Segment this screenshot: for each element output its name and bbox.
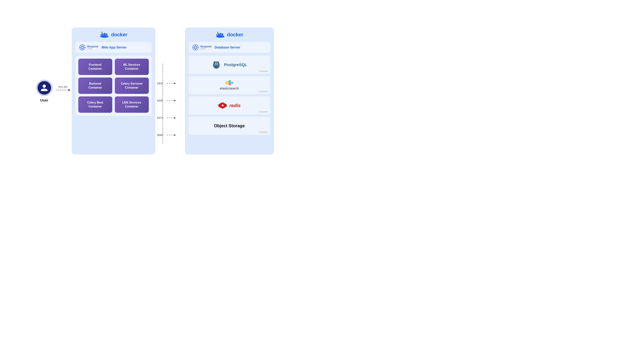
svg-rect-22 xyxy=(220,33,221,36)
port-443-arrow xyxy=(56,89,70,91)
port-5432-label: 5432 xyxy=(157,82,166,85)
right-respond-text: Respond CFTR xyxy=(201,45,211,50)
port-9200-connection: 9200 xyxy=(157,92,176,109)
left-docker-whale-icon xyxy=(100,31,110,38)
svg-rect-0 xyxy=(100,34,102,36)
svg-point-25 xyxy=(222,36,223,36)
port-443-label: Port 443 xyxy=(59,86,67,88)
lms-services-container: LMS ServicesContainer xyxy=(115,96,149,113)
right-docker-header: docker xyxy=(188,31,270,38)
port-9000-label: 9000 xyxy=(157,134,166,136)
elasticsearch-box: elasticsearch Container xyxy=(188,76,270,94)
object-storage-box: Object Storage Container xyxy=(188,117,270,135)
left-server-label: Web App Server xyxy=(101,46,126,49)
svg-rect-6 xyxy=(102,32,102,34)
backend-container: BackendContainer xyxy=(78,77,112,94)
architecture-diagram: User Port 443 xyxy=(0,0,310,182)
svg-rect-26 xyxy=(217,32,218,34)
right-respond-badge: Respond CFTR Database Server xyxy=(188,42,270,53)
postgresql-label: PostgreSQL xyxy=(224,62,247,67)
svg-point-50 xyxy=(229,81,230,82)
left-docker-logo: docker xyxy=(100,31,127,38)
right-docker-title: docker xyxy=(227,32,243,38)
svg-point-28 xyxy=(217,31,218,32)
right-docker-logo: docker xyxy=(216,31,243,38)
user-avatar xyxy=(36,80,52,96)
user-icon xyxy=(40,84,48,92)
service-boxes: PostgreSQL Container xyxy=(188,56,270,135)
frontend-container: FrontendContainer xyxy=(78,59,112,75)
right-docker-box: docker Respond CFTR Database Server xyxy=(185,27,274,154)
redis-label: redis xyxy=(229,103,241,108)
object-storage-label: Object Storage xyxy=(214,123,245,128)
port-6379-label: 6379 xyxy=(157,116,166,119)
right-docker-whale-icon xyxy=(216,31,226,38)
left-docker-header: docker xyxy=(75,31,152,38)
left-respond-icon xyxy=(79,44,86,51)
left-docker-box: docker Respond CFTR W xyxy=(72,27,155,154)
svg-point-29 xyxy=(218,31,219,32)
port-9200-label: 9200 xyxy=(157,99,166,102)
port-9000-connection: 9000 xyxy=(157,126,176,144)
user-section: User xyxy=(36,80,52,102)
left-respond-badge: Respond CFTR Web App Server xyxy=(75,42,152,53)
user-label: User xyxy=(40,98,48,102)
postgresql-box: PostgreSQL Container xyxy=(188,56,270,74)
left-docker-title: docker xyxy=(111,32,127,38)
svg-point-8 xyxy=(102,31,102,32)
svg-text:✦: ✦ xyxy=(221,103,224,108)
svg-point-5 xyxy=(106,36,107,36)
svg-point-9 xyxy=(102,31,103,32)
port-5432-connection: 5432 xyxy=(157,75,176,92)
port-6379-connection: 6379 xyxy=(157,109,176,126)
celery-beat-container: Celery BeatContainer xyxy=(78,96,112,113)
ml-services-container: ML ServicesContainer xyxy=(115,59,149,75)
svg-point-52 xyxy=(229,83,230,85)
redis-box: ✦ redis Container xyxy=(188,96,270,115)
elasticsearch-icon xyxy=(225,80,233,86)
svg-point-54 xyxy=(232,82,232,83)
celery-services-container: Celery ServicesContainer xyxy=(115,77,149,94)
svg-point-48 xyxy=(226,82,228,84)
right-respond-icon xyxy=(192,44,199,51)
right-server-label: Database Server xyxy=(215,46,240,49)
svg-rect-2 xyxy=(104,33,106,36)
containers-grid: FrontendContainer ML ServicesContainer B… xyxy=(75,56,152,116)
redis-icon: ✦ xyxy=(218,102,227,109)
svg-rect-3 xyxy=(106,34,107,36)
svg-rect-23 xyxy=(222,34,223,36)
elasticsearch-label: elasticsearch xyxy=(220,87,239,91)
left-respond-text: Respond CFTR xyxy=(87,45,98,50)
svg-rect-20 xyxy=(216,34,218,36)
postgresql-icon xyxy=(211,60,221,70)
